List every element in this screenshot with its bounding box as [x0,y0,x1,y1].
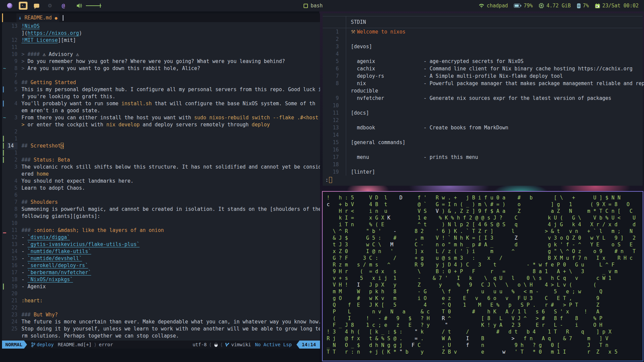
editor-line: 10> #### ⚠ Advisory ⚠ [2,51,320,58]
editor-line: 23### But Why? [2,311,320,318]
editor-line: 17- `berberman/nvfetcher` [2,269,320,276]
editor-line: ](https://nixos.org) [2,30,320,37]
branch-name: deploy [37,342,54,347]
pager-line: 14 [323,131,643,139]
editor-window: ↓ README.md ● 13!NixOS](https://nixos.or… [2,13,320,349]
editor-line: 16- `serokell/deploy-rs` [2,262,320,269]
memory-module[interactable]: 4.72 GiB [539,3,571,9]
matrix-row: g O # w K v m i O e z E v 6 o v F U 3 C … [327,295,639,302]
matrix-row: c + b V 4 B t @ ` G = I n ( _ ) m \ # = … [327,201,639,208]
matrix-row: ( I ! - # 9 $ ? H R ^ [ 8 L V J ^ > # 8 … [327,315,639,322]
clock-module[interactable]: 23/Sat 00:02 [595,3,639,9]
volume-slider[interactable] [86,5,101,6]
editor-line: 15- `numtide/devshell` [2,255,320,262]
editor-line: 5Learn to adopt Chaos. [2,185,320,192]
memory-icon [539,3,544,8]
editor-line: 6## Getting Started [2,79,320,86]
matrix-row: R z m s / m s ^ R 9 y j D 4 ) C 3 t - * … [327,261,639,268]
terminal-icon[interactable]: >_ [19,2,28,10]
editor-buffer[interactable]: 13!NixOS](https://nixos.org)12!MIT Licen… [2,22,320,341]
pager-line: 7 deploy-rs - A Simple multi-profile Nix… [323,72,643,80]
editor-line: ~8> Are you sure you want to go down thi… [2,65,320,72]
encoding-label: utf-8 [193,342,207,347]
matrix-row: G ? F 3 C : / + g u @ s m 3 : x / B X M … [327,255,639,261]
editor-line: f you're looking to graft this. [2,93,320,100]
file-name: README.md[+] [58,342,92,347]
editor-line: 18- `NixOS/nixpkgs` [2,276,320,283]
matrix-row: v + s 5 x i j 1 - & 7 ' I k \ q U l 0 \ … [327,275,639,282]
editor-line: 3The volcanic rock still shifts below th… [2,164,320,171]
editor-line: 11 [2,44,320,51]
editor-statusline: NORMAL deploy README.md[+] ⟩ error utf-8… [2,341,320,349]
editor-line: ▎14## Screetshots [2,142,320,149]
pager-line: 1⚒ Welcome to nixos [323,28,643,36]
git-branch: deploy [31,342,54,347]
cpu-module[interactable]: 7% [577,3,589,9]
tabline-cursor [63,15,63,21]
pager-content[interactable]: 1⚒ Welcome to nixos23[devos]45 agenix - … [323,28,643,176]
desktop: >_ ⚙ @ bash chadpad [0,0,644,362]
editor-line: rm solutions. Perhaps together we can st… [2,333,320,340]
pager-line: 11[docs] [323,109,643,117]
editor-line: 6 [2,192,320,199]
editor-line: 20 [2,290,320,297]
network-module[interactable]: chadpad [479,3,508,9]
editor-line: 12- `divnix/digga` [2,234,320,241]
matrix-row: i T n % ( E ^ t ) N l p 2 [ 4 6 S @ S q … [327,221,639,228]
matrix-row: 9 H r ( = d x s \ B : 0 + P F r = 8 a 1 … [327,268,639,275]
volume-control[interactable] [76,3,101,8]
cpu-usage: 7% [583,3,589,9]
statusline-separator: ⟨ [221,342,222,347]
pager-line: 9 nvfetcher - Generate nix sources expr … [323,95,643,102]
workspace-switcher: >_ ⚙ @ [5,2,68,10]
pager-line: 5 agenix - age-encrypted secrets for Nix… [323,58,643,65]
matrix-row: Q f E J K [ 5 4 ^ Q 1 M E % p S P . r # … [327,302,639,308]
editor-line: ▎4You'll probably want to run some insta… [2,100,320,107]
markdown-file-icon: ↓ [18,15,21,21]
editor-line: ▎5This is my personal deployment hub. I … [2,86,320,93]
editor-line: ered home [2,171,320,178]
mode-indicator: NORMAL [2,341,27,349]
pager-line: 16 [323,146,643,154]
statusline-time: 14:14 [297,341,320,349]
pager-line: 17 menu - prints this menu [323,154,643,161]
matrix-row: k I = x G X K 1 e % K % h f 2 @ @ s J ? … [327,215,639,221]
pager-line: 3[devos] [323,43,643,50]
pager-line: 6 cachix - Command line client for Nix b… [323,65,643,72]
editor-line: ▁11### :onion: &mdash; like the layers o… [2,227,320,234]
editor-line: 9following giants][giants]: [2,213,320,220]
pager-line: 4 [323,50,643,58]
gear-icon[interactable]: ⚙ [46,2,54,10]
pager-line: 10 [323,102,643,109]
firefox-icon[interactable] [5,2,14,10]
editor-line: ▎2### Status: Beta [2,157,320,164]
pager-line: 19[linter] [323,168,643,176]
window-title-module: bash [304,0,323,11]
at-icon[interactable]: @ [59,2,68,10]
pager-line: 12 [323,117,643,124]
editor-line: 12!MIT License][mit] [2,37,320,44]
pager-line: 15[general commands] [323,139,643,146]
chat-icon[interactable] [32,2,41,10]
matrix-row: _ N O _ $ d h N g g j F C , U f n 9 h ? … [327,342,639,349]
editor-line: 9> Do you remember how you got here? Whe… [2,58,320,65]
tab-title: README.md [24,15,52,21]
matrix-window: ! h : 5 V D l D f ' R w . + j B i f u 0 … [323,192,643,361]
matrix-row: \ ^ R " b ' - 8 2 ' 6 ) K . ` T Z r ] l … [327,228,639,235]
pager-command-line[interactable]: : [325,177,332,183]
battery-module[interactable]: 79% [514,3,533,9]
statusline-right: utf-8 ⟨ ⟨ vimwiki No Active Lsp 14:14 [193,341,320,349]
window-icon [304,4,308,8]
editor-line: 13- `gytis-ivaskevicius/flake-utils-plus… [2,241,320,248]
diagnostic-label: error [99,342,113,347]
matrix-window-border: ! h : 5 V D l D f ' R w . + j B i f u 0 … [322,191,643,361]
editor-line: ▎1 [2,149,320,157]
clock-text: 23/Sat 00:02 [602,3,639,9]
editor-line: em aren't in a good state. [2,107,320,114]
tab-readme[interactable]: ↓ README.md ● [16,13,59,22]
editor-line: 24The future is more uncertain than ever… [2,318,320,325]
editor-line: 4You should not expect landmarks here. [2,178,320,185]
editor-line: 7## Shoulders [2,199,320,206]
editor-line: 21:heart: [2,297,320,304]
top-bar: >_ ⚙ @ bash chadpad [0,0,644,11]
